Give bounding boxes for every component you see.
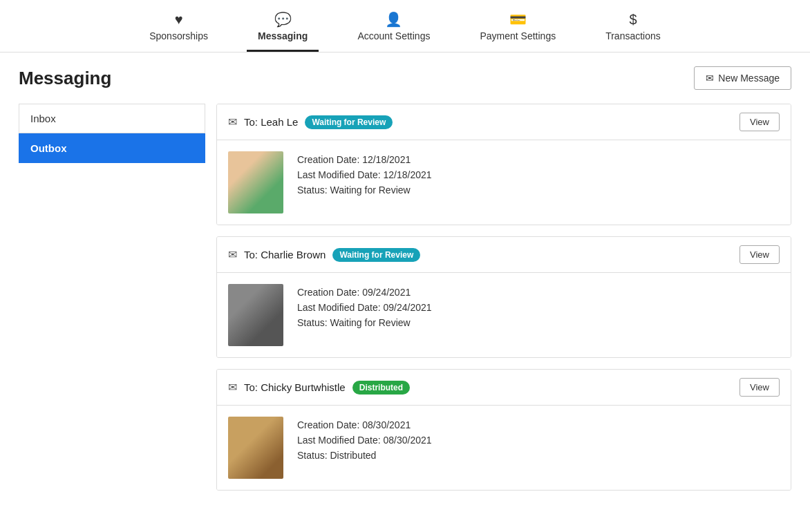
message-to-2: To: Charlie Brown xyxy=(244,249,326,260)
message-card-header-1: ✉ To: Leah Le Waiting for Review View xyxy=(217,104,791,140)
envelope-icon-2: ✉ xyxy=(228,248,237,261)
nav-item-account-settings[interactable]: 👤 Account Settings xyxy=(346,6,441,52)
message-title-2: ✉ To: Charlie Brown Waiting for Review xyxy=(228,248,420,262)
nav-label-sponsorships: Sponsorships xyxy=(149,30,208,41)
creation-date-2: Creation Date: 09/24/2021 xyxy=(297,287,432,298)
nav-label-account-settings: Account Settings xyxy=(357,30,430,41)
message-title-3: ✉ To: Chicky Burtwhistle Distributed xyxy=(228,381,410,395)
creation-date-3: Creation Date: 08/30/2021 xyxy=(297,419,432,430)
view-button-2[interactable]: View xyxy=(740,245,780,264)
sidebar-label-outbox: Outbox xyxy=(30,142,67,154)
sidebar-item-outbox[interactable]: Outbox xyxy=(19,133,205,163)
page-wrapper: Messaging ✉ New Message Inbox Outbox ✉ xyxy=(8,53,802,504)
page-title: Messaging xyxy=(19,68,111,89)
sponsorships-icon: ♥ xyxy=(175,12,183,28)
modified-date-1: Last Modified Date: 12/18/2021 xyxy=(297,169,432,180)
sidebar: Inbox Outbox xyxy=(19,104,205,491)
status-text-1: Status: Waiting for Review xyxy=(297,184,432,196)
message-card-3: ✉ To: Chicky Burtwhistle Distributed Vie… xyxy=(216,369,791,491)
message-card-header-2: ✉ To: Charlie Brown Waiting for Review V… xyxy=(217,237,791,273)
message-card-1: ✉ To: Leah Le Waiting for Review View Cr… xyxy=(216,104,791,225)
new-message-label: New Message xyxy=(718,73,780,84)
status-badge-2: Waiting for Review xyxy=(332,248,420,262)
view-button-3[interactable]: View xyxy=(740,378,780,397)
message-details-3: Creation Date: 08/30/2021 Last Modified … xyxy=(297,417,432,461)
sidebar-item-inbox[interactable]: Inbox xyxy=(19,104,205,133)
message-card-body-3: Creation Date: 08/30/2021 Last Modified … xyxy=(217,406,791,490)
content-area: Inbox Outbox ✉ To: Leah Le Waiting for R… xyxy=(19,104,791,491)
top-nav: ♥ Sponsorships 💬 Messaging 👤 Account Set… xyxy=(0,0,810,53)
creation-date-1: Creation Date: 12/18/2021 xyxy=(297,154,432,165)
modified-date-2: Last Modified Date: 09/24/2021 xyxy=(297,302,432,313)
nav-item-sponsorships[interactable]: ♥ Sponsorships xyxy=(138,6,219,52)
nav-label-payment-settings: Payment Settings xyxy=(480,30,556,41)
status-text-2: Status: Waiting for Review xyxy=(297,317,432,328)
message-title-1: ✉ To: Leah Le Waiting for Review xyxy=(228,115,393,129)
message-to-3: To: Chicky Burtwhistle xyxy=(244,381,346,393)
message-card-body-1: Creation Date: 12/18/2021 Last Modified … xyxy=(217,140,791,225)
message-details-2: Creation Date: 09/24/2021 Last Modified … xyxy=(297,284,432,328)
nav-item-payment-settings[interactable]: 💳 Payment Settings xyxy=(469,6,567,52)
status-badge-3: Distributed xyxy=(352,381,410,395)
messages-list: ✉ To: Leah Le Waiting for Review View Cr… xyxy=(216,104,791,491)
payment-settings-icon: 💳 xyxy=(509,11,527,28)
message-card-header-3: ✉ To: Chicky Burtwhistle Distributed Vie… xyxy=(217,370,791,406)
message-to-1: To: Leah Le xyxy=(244,116,298,128)
nav-item-messaging[interactable]: 💬 Messaging xyxy=(247,6,319,52)
account-settings-icon: 👤 xyxy=(385,11,402,28)
message-details-1: Creation Date: 12/18/2021 Last Modified … xyxy=(297,151,432,196)
status-text-3: Status: Distributed xyxy=(297,450,432,461)
envelope-icon-1: ✉ xyxy=(228,115,237,129)
messaging-icon: 💬 xyxy=(274,11,292,28)
thumbnail-2 xyxy=(228,284,283,346)
nav-label-messaging: Messaging xyxy=(258,30,308,41)
modified-date-3: Last Modified Date: 08/30/2021 xyxy=(297,435,432,446)
status-badge-1: Waiting for Review xyxy=(305,115,393,129)
message-card-2: ✉ To: Charlie Brown Waiting for Review V… xyxy=(216,236,791,358)
transactions-icon: $ xyxy=(629,12,637,28)
message-card-body-2: Creation Date: 09/24/2021 Last Modified … xyxy=(217,273,791,357)
envelope-icon-3: ✉ xyxy=(228,381,237,394)
new-message-button[interactable]: ✉ New Message xyxy=(694,66,791,90)
envelope-icon: ✉ xyxy=(706,73,714,84)
sidebar-label-inbox: Inbox xyxy=(30,113,56,124)
nav-label-transactions: Transactions xyxy=(605,30,661,41)
page-header: Messaging ✉ New Message xyxy=(19,66,791,90)
thumbnail-1 xyxy=(228,151,283,213)
thumbnail-3 xyxy=(228,417,283,479)
view-button-1[interactable]: View xyxy=(740,113,780,131)
nav-item-transactions[interactable]: $ Transactions xyxy=(594,6,672,52)
